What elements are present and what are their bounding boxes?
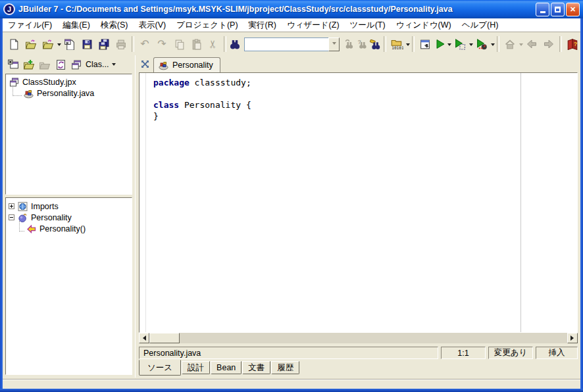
search-dropdown-button[interactable] [328, 37, 340, 51]
maximize-editor-button[interactable] [139, 59, 151, 70]
expand-plus-icon[interactable] [9, 203, 14, 209]
redo-icon: ↷ [157, 39, 166, 49]
open-file-button[interactable] [22, 36, 39, 53]
profile-dropdown-icon[interactable] [491, 43, 495, 48]
menu-wizard[interactable]: ウィザード(Z) [282, 18, 345, 32]
window-border-bottom [0, 389, 583, 392]
tab-bean[interactable]: Bean [211, 361, 241, 374]
scrollbar-thumb[interactable] [149, 333, 180, 343]
home-button[interactable] [501, 36, 519, 53]
triangle-left-icon [140, 335, 146, 341]
debug-button[interactable] [451, 36, 469, 53]
close-file-button[interactable] [61, 36, 78, 53]
tab-design[interactable]: 設計 [182, 361, 210, 374]
scroll-left-button[interactable] [139, 333, 149, 343]
scroll-right-button[interactable] [567, 333, 578, 343]
view-panel-icon [419, 39, 431, 50]
editor-tab-bar: Personality [136, 55, 580, 72]
chevron-down-icon [332, 42, 336, 47]
undo-button[interactable]: ↶ [136, 36, 153, 53]
find-again-icon [343, 39, 355, 49]
make-project-button[interactable]: 10101 [388, 36, 405, 53]
find-button[interactable] [228, 36, 241, 53]
redo-button[interactable]: ↷ [153, 36, 170, 53]
jbuilder-logo-icon[interactable]: J [3, 3, 15, 15]
maximize-icon [555, 7, 561, 12]
tree-node-project[interactable]: ClassStudy.jpx [6, 76, 132, 87]
view-tab-bar: ソース 設計 Bean 文書 履歴 [139, 360, 300, 376]
tree-connector [19, 221, 24, 232]
project-combo-icon-button[interactable] [68, 57, 84, 72]
remove-files-button[interactable] [37, 57, 53, 72]
tree-node-constructor[interactable]: Personality() [6, 223, 132, 234]
add-files-button[interactable] [21, 57, 37, 72]
search-input[interactable] [244, 37, 328, 51]
scrollbar-track[interactable] [180, 333, 567, 343]
right-margin-guide [520, 73, 521, 332]
save-icon [82, 39, 93, 50]
menu-bar: ファイル(F) 編集(E) 検索(S) 表示(V) プロジェクト(P) 実行(R… [0, 18, 583, 32]
menu-edit[interactable]: 編集(E) [57, 18, 95, 32]
tab-doc[interactable]: 文書 [242, 361, 270, 374]
code-area: package classstudy; class Personality { … [153, 77, 251, 122]
menu-help[interactable]: ヘルプ(H) [457, 18, 504, 32]
toolbar-separator [132, 36, 134, 52]
menu-file[interactable]: ファイル(F) [3, 18, 57, 32]
horizontal-scrollbar[interactable] [139, 333, 578, 343]
editor-status-bar: Personality.java 1:1 変更あり 挿入 [139, 347, 578, 359]
help-button[interactable]: ? [564, 36, 581, 53]
cut-button[interactable]: ✂ [205, 36, 222, 53]
minimize-icon [540, 11, 545, 13]
search-combobox [244, 37, 340, 51]
paste-button[interactable] [188, 36, 205, 53]
menu-run[interactable]: 実行(R) [243, 18, 282, 32]
debug-icon [454, 39, 466, 50]
editor-tab-personality[interactable]: Personality [153, 57, 220, 72]
project-combo-label[interactable]: Clas... [86, 60, 109, 69]
expand-arrows-icon [141, 60, 149, 68]
new-file-button[interactable] [5, 36, 22, 53]
menu-project[interactable]: プロジェクト(P) [171, 18, 243, 32]
java-file-label: Personality.java [37, 89, 94, 98]
run-icon [435, 39, 445, 49]
title-bar[interactable]: J JBuilder 7 - C:/Documents and Settings… [0, 0, 583, 18]
print-icon [115, 39, 127, 50]
tab-source[interactable]: ソース [139, 360, 181, 376]
collapse-minus-icon[interactable] [9, 214, 14, 220]
toolbar-separator [224, 36, 226, 52]
profile-button[interactable] [473, 36, 490, 53]
tree-node-java-file[interactable]: Personality.java [6, 87, 132, 99]
print-button[interactable] [113, 36, 130, 53]
project-tree-panel[interactable]: ClassStudy.jpx Personality.java [5, 74, 132, 195]
incremental-search-button[interactable]: ? [355, 36, 368, 53]
find-again-button[interactable] [342, 36, 355, 53]
code-line [153, 88, 251, 99]
menu-window[interactable]: ウィンドウ(W) [391, 18, 457, 32]
structure-tree-panel[interactable]: Imports Personality Personality() [5, 197, 132, 375]
search-in-path-button[interactable] [368, 36, 382, 53]
tree-node-imports[interactable]: Imports [6, 201, 132, 212]
toolbar-separator [497, 36, 499, 52]
menu-search[interactable]: 検索(S) [95, 18, 134, 32]
menu-view[interactable]: 表示(V) [133, 18, 171, 32]
make-dropdown-icon[interactable] [406, 43, 410, 48]
tab-history[interactable]: 履歴 [271, 361, 299, 374]
minimize-button[interactable] [536, 3, 549, 16]
close-project-button[interactable] [5, 57, 21, 72]
project-combo-dropdown-icon[interactable] [112, 63, 116, 68]
save-button[interactable] [78, 36, 95, 53]
code-editor[interactable]: package classstudy; class Personality { … [139, 72, 578, 333]
close-button[interactable]: ✕ [566, 3, 580, 16]
maximize-button[interactable] [551, 3, 565, 16]
back-button[interactable] [523, 36, 540, 53]
forward-button[interactable] [540, 36, 557, 53]
copy-button[interactable] [170, 36, 188, 53]
tree-node-class[interactable]: Personality [6, 212, 132, 223]
reopen-file-button[interactable] [39, 36, 57, 53]
refresh-button[interactable] [53, 57, 68, 72]
menu-tools[interactable]: ツール(T) [345, 18, 391, 32]
view-panel-button[interactable] [417, 36, 434, 53]
save-all-button[interactable] [95, 36, 113, 53]
run-button[interactable] [434, 36, 447, 53]
profile-icon [476, 39, 488, 50]
